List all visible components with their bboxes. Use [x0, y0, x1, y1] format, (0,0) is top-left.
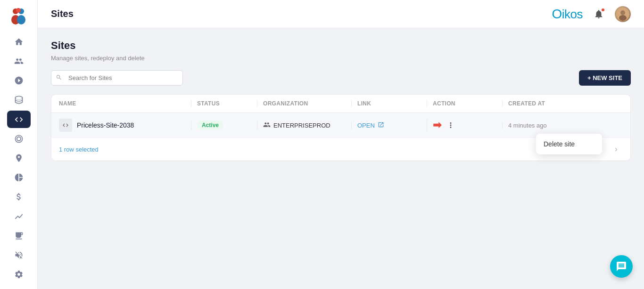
sidebar-item-sites[interactable] — [7, 111, 31, 128]
header-right: Oikos — [552, 6, 631, 23]
main-content: Sites Oikos Sites Manage sites, redep — [38, 0, 644, 289]
site-name-cell: Priceless-Site-2038 — [59, 119, 191, 132]
sidebar-item-tasks[interactable] — [7, 227, 31, 244]
site-name: Priceless-Site-2038 — [77, 121, 134, 129]
sidebar-item-database[interactable] — [7, 91, 31, 109]
pagination-next-button[interactable]: › — [610, 143, 623, 156]
notification-dot — [601, 8, 605, 12]
org-icon — [263, 121, 271, 130]
notification-button[interactable] — [590, 6, 607, 23]
user-avatar[interactable] — [615, 6, 631, 22]
app-logo-icon — [8, 6, 30, 27]
svg-point-7 — [619, 15, 627, 21]
sidebar-item-billing[interactable] — [7, 188, 31, 206]
status-badge: Active — [197, 120, 223, 130]
brand-o: O — [552, 7, 561, 21]
brand-ikos: ikos — [562, 7, 583, 21]
code-icon — [59, 119, 72, 132]
sidebar-item-analytics[interactable] — [7, 169, 31, 186]
rows-selected-text: 1 row selected — [59, 146, 99, 153]
created-at-cell: 4 minutes ago — [502, 122, 599, 129]
table-row: Priceless-Site-2038 Active ENTERPRISEPRO… — [51, 113, 630, 138]
svg-point-3 — [17, 15, 25, 24]
delete-site-menu-item[interactable]: Delete site — [536, 136, 602, 153]
content-subtitle: Manage sites, redeploy and delete — [51, 55, 631, 62]
brand-logo: Oikos — [552, 7, 583, 22]
org-cell: ENTERPRISEPROD — [257, 121, 351, 130]
table-header: Name Status Organization Link Action Cre… — [51, 95, 630, 113]
col-action: Action — [427, 100, 502, 107]
external-link-icon — [378, 121, 384, 129]
search-icon — [56, 74, 62, 82]
col-link: Link — [351, 100, 427, 107]
arrow-annotation: ➡ — [433, 119, 441, 131]
content-title: Sites — [51, 40, 631, 52]
page-body: Sites Manage sites, redeploy and delete … — [38, 28, 644, 289]
svg-point-4 — [16, 8, 21, 13]
col-name: Name — [59, 100, 191, 107]
sidebar-item-reports[interactable] — [7, 208, 31, 225]
search-input[interactable] — [51, 70, 183, 86]
col-organization: Organization — [257, 100, 351, 107]
page-title: Sites — [51, 8, 74, 19]
chat-button[interactable] — [610, 255, 633, 278]
header: Sites Oikos — [38, 0, 644, 28]
new-site-button[interactable]: + NEW SITE — [579, 70, 631, 86]
dropdown-menu: Delete site — [536, 134, 602, 154]
more-options-button[interactable] — [444, 119, 457, 132]
sidebar-item-settings[interactable] — [7, 266, 31, 283]
subtitle-text: Manage sites, redeploy and delete — [51, 55, 145, 62]
status-cell: Active — [191, 120, 257, 130]
col-created-at: Created At — [502, 100, 599, 107]
search-wrapper — [51, 70, 183, 86]
org-name: ENTERPRISEPROD — [273, 122, 330, 129]
sites-table: Name Status Organization Link Action Cre… — [51, 94, 631, 161]
link-cell[interactable]: OPEN — [351, 121, 427, 129]
sidebar-item-locations[interactable] — [7, 149, 31, 167]
svg-point-6 — [620, 10, 625, 15]
sidebar-item-home[interactable] — [7, 33, 31, 50]
action-cell: ➡ — [427, 119, 502, 132]
sidebar-item-deploy[interactable] — [7, 72, 31, 89]
link-text: OPEN — [357, 122, 375, 129]
sidebar-item-users[interactable] — [7, 52, 31, 70]
col-status: Status — [191, 100, 257, 107]
sidebar-item-config[interactable] — [7, 247, 31, 264]
sidebar-item-data[interactable] — [7, 130, 31, 147]
toolbar: + NEW SITE — [51, 70, 631, 86]
sidebar — [0, 0, 38, 289]
col-extra — [599, 100, 623, 107]
sidebar-logo — [7, 6, 31, 27]
